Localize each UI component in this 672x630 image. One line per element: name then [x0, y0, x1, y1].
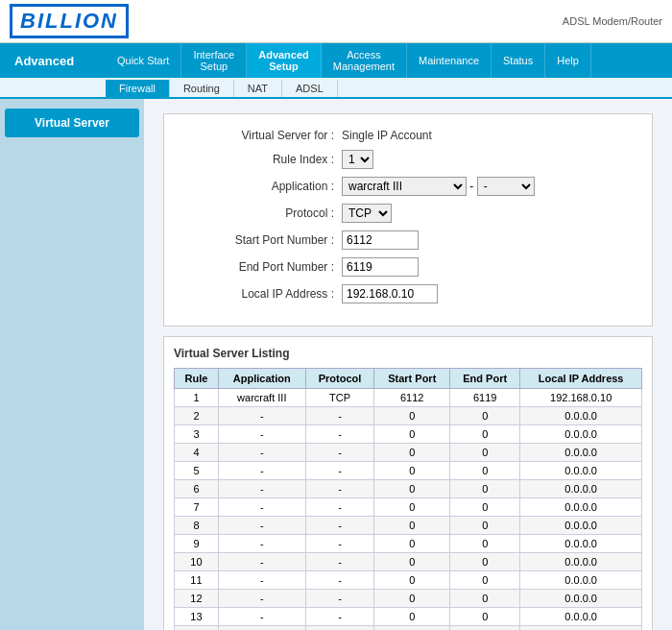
- label-application: Application :: [183, 180, 342, 193]
- table-row: 2--000.0.0.0: [175, 407, 642, 425]
- nav-item-maintenance[interactable]: Maintenance: [407, 43, 492, 78]
- col-end-port: End Port: [450, 369, 520, 389]
- row-virtual-server-for: Virtual Server for : Single IP Account: [183, 129, 633, 142]
- sidebar-virtual-server[interactable]: Virtual Server: [5, 109, 139, 137]
- nav-item-quick-start[interactable]: Quick Start: [106, 43, 181, 78]
- table-row: 1warcraft IIITCP61126119192.168.0.10: [175, 389, 642, 407]
- table-row: 11--000.0.0.0: [175, 571, 642, 590]
- table-row: 7--000.0.0.0: [175, 498, 642, 517]
- nav-item-help[interactable]: Help: [545, 43, 591, 78]
- table-row: 13--000.0.0.0: [175, 608, 642, 626]
- sub-nav-firewall[interactable]: Firewall: [106, 80, 170, 97]
- brand-logo: BILLION: [10, 4, 129, 38]
- label-end-port: End Port Number :: [183, 260, 342, 274]
- table-body: 1warcraft IIITCP61126119192.168.0.102--0…: [175, 389, 642, 631]
- row-application: Application : warcraft III - -: [183, 177, 633, 196]
- sub-nav-routing[interactable]: Routing: [170, 80, 234, 97]
- col-start-port: Start Port: [374, 369, 450, 389]
- label-start-port: Start Port Number :: [183, 233, 342, 247]
- nav-item-interface-setup[interactable]: InterfaceSetup: [181, 43, 247, 78]
- table-row: 14--000.0.0.0: [175, 626, 642, 631]
- table-header: Rule Application Protocol Start Port End…: [175, 369, 642, 389]
- row-start-port: Start Port Number :: [183, 230, 633, 250]
- nav-item-advanced-setup[interactable]: AdvancedSetup: [247, 43, 322, 78]
- nav-advanced-label: Advanced: [0, 43, 106, 78]
- label-rule-index: Rule Index :: [183, 153, 342, 166]
- input-start-port[interactable]: [342, 230, 419, 250]
- select-protocol[interactable]: TCPUDP: [342, 204, 392, 223]
- table-row: 5--000.0.0.0: [175, 462, 642, 480]
- row-end-port: End Port Number :: [183, 257, 633, 277]
- table-row: 10--000.0.0.0: [175, 553, 642, 571]
- col-application: Application: [218, 369, 305, 389]
- page-header: BILLION ADSL Modem/Router: [0, 0, 672, 43]
- listing-title: Virtual Server Listing: [174, 347, 642, 360]
- label-local-ip: Local IP Address :: [183, 287, 342, 301]
- sub-nav-nat[interactable]: NAT: [234, 80, 282, 97]
- sub-nav: Firewall Routing NAT ADSL: [0, 78, 672, 99]
- row-protocol: Protocol : TCPUDP: [183, 204, 633, 223]
- value-virtual-server-for: Single IP Account: [342, 129, 432, 142]
- main-content: Virtual Server for : Single IP Account R…: [144, 99, 672, 630]
- sidebar: Virtual Server: [0, 99, 144, 630]
- input-end-port[interactable]: [342, 257, 419, 277]
- col-rule: Rule: [175, 369, 219, 389]
- select-application-sub[interactable]: -: [477, 177, 535, 196]
- input-local-ip[interactable]: [342, 284, 438, 303]
- table-row: 12--000.0.0.0: [175, 590, 642, 608]
- virtual-server-form: Virtual Server for : Single IP Account R…: [163, 113, 653, 327]
- main-nav: Advanced Quick Start InterfaceSetup Adva…: [0, 43, 672, 78]
- row-rule-index: Rule Index : 123: [183, 150, 633, 169]
- select-application[interactable]: warcraft III: [342, 177, 467, 196]
- row-local-ip: Local IP Address :: [183, 284, 633, 303]
- label-protocol: Protocol :: [183, 206, 342, 220]
- nav-item-status[interactable]: Status: [492, 43, 545, 78]
- main-layout: Virtual Server Virtual Server for : Sing…: [0, 99, 672, 630]
- table-row: 8--000.0.0.0: [175, 517, 642, 535]
- col-local-ip: Local IP Address: [520, 369, 642, 389]
- device-label: ADSL Modem/Router: [563, 15, 662, 27]
- table-row: 9--000.0.0.0: [175, 535, 642, 553]
- select-rule-index[interactable]: 123: [342, 150, 373, 169]
- label-virtual-server-for: Virtual Server for :: [183, 129, 342, 142]
- sub-nav-adsl[interactable]: ADSL: [282, 80, 338, 97]
- table-row: 4--000.0.0.0: [175, 444, 642, 462]
- table-row: 3--000.0.0.0: [175, 425, 642, 444]
- nav-item-access-management[interactable]: AccessManagement: [322, 43, 407, 78]
- table-row: 6--000.0.0.0: [175, 480, 642, 498]
- col-protocol: Protocol: [305, 369, 374, 389]
- virtual-server-listing: Virtual Server Listing setuprouter Rule …: [163, 336, 653, 630]
- server-table: Rule Application Protocol Start Port End…: [174, 368, 642, 630]
- nav-items: Quick Start InterfaceSetup AdvancedSetup…: [106, 43, 672, 78]
